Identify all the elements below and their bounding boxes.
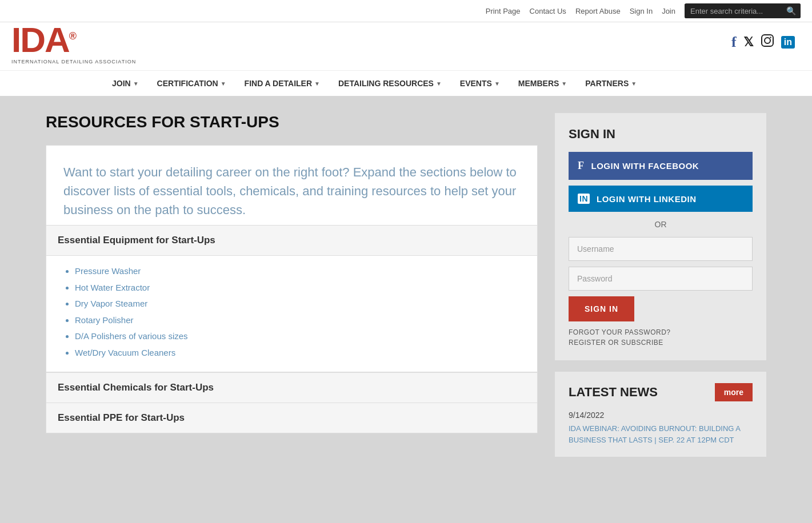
- search-button[interactable]: 🔍: [782, 3, 801, 18]
- sign-in-link[interactable]: Sign In: [630, 7, 653, 15]
- facebook-login-button[interactable]: f LOGIN WITH FACEBOOK: [569, 152, 753, 180]
- list-item: Hot Water Extractor: [75, 281, 520, 295]
- signin-links: FORGOT YOUR PASSWORD? REGISTER OR SUBSCR…: [569, 328, 753, 347]
- header-left: IDA® INTERNATIONAL DETAILING ASSOCIATION: [11, 22, 136, 65]
- facebook-btn-label: LOGIN WITH FACEBOOK: [591, 161, 699, 171]
- signin-title: SIGN IN: [569, 127, 753, 142]
- linkedin-btn-label: LOGIN WITH LINKEDIN: [597, 194, 697, 204]
- signin-box: SIGN IN f LOGIN WITH FACEBOOK in LOGIN W…: [555, 113, 766, 360]
- news-box: LATEST NEWS more 9/14/2022 IDA WEBINAR: …: [555, 372, 766, 457]
- nav-events[interactable]: EVENTS ▼: [451, 71, 509, 96]
- content-left: RESOURCES FOR START-UPS Want to start yo…: [46, 113, 538, 457]
- intro-text: Want to start your detailing career on t…: [63, 163, 520, 219]
- linkedin-login-button[interactable]: in LOGIN WITH LINKEDIN: [569, 186, 753, 212]
- print-page-link[interactable]: Print Page: [486, 7, 521, 15]
- content-right: SIGN IN f LOGIN WITH FACEBOOK in LOGIN W…: [555, 113, 766, 457]
- more-button[interactable]: more: [715, 383, 753, 401]
- search-bar: 🔍: [685, 3, 801, 18]
- nav-bar: JOIN ▼ CERTIFICATION ▼ FIND A DETAILER ▼…: [0, 70, 812, 96]
- news-item-text: IDA WEBINAR: AVOIDING BURNOUT: BUILDING …: [569, 423, 753, 445]
- accordion-equipment-header[interactable]: Essential Equipment for Start-Ups: [46, 226, 537, 256]
- accordion-ppe: Essential PPE for Start-Ups: [46, 403, 538, 433]
- search-input[interactable]: [685, 4, 782, 18]
- or-divider: OR: [569, 220, 753, 229]
- nav-members-arrow: ▼: [561, 81, 567, 87]
- nav-certification-arrow: ▼: [221, 81, 226, 87]
- logo-subtitle: INTERNATIONAL DETAILING ASSOCIATION: [11, 59, 136, 65]
- signin-button[interactable]: SIGN IN: [569, 296, 634, 321]
- register-link[interactable]: REGISTER OR SUBSCRIBE: [569, 339, 753, 347]
- facebook-icon[interactable]: f: [731, 34, 737, 51]
- page-title: RESOURCES FOR START-UPS: [46, 113, 538, 131]
- nav-partners[interactable]: PARTNERS ▼: [576, 71, 646, 96]
- social-icons: f 𝕏 in: [731, 34, 801, 51]
- nav-detailing-resources[interactable]: DETAILING RESOURCES ▼: [329, 71, 451, 96]
- report-abuse-link[interactable]: Report Abuse: [575, 7, 621, 15]
- contact-us-link[interactable]: Contact Us: [530, 7, 566, 15]
- nav-join[interactable]: JOIN ▼: [103, 71, 148, 96]
- list-item: Pressure Washer: [75, 265, 520, 278]
- nav-find-a-detailer[interactable]: FIND A DETAILER ▼: [235, 71, 329, 96]
- header: IDA® INTERNATIONAL DETAILING ASSOCIATION…: [0, 22, 812, 70]
- equipment-list: Pressure Washer Hot Water Extractor Dry …: [69, 265, 520, 359]
- top-bar: Print Page Contact Us Report Abuse Sign …: [0, 0, 812, 22]
- main-content: RESOURCES FOR START-UPS Want to start yo…: [0, 96, 812, 474]
- svg-point-1: [765, 38, 770, 43]
- accordion-equipment-body: Pressure Washer Hot Water Extractor Dry …: [46, 256, 537, 372]
- accordion-equipment: Essential Equipment for Start-Ups Pressu…: [46, 226, 538, 373]
- news-title: LATEST NEWS: [569, 385, 658, 400]
- linkedin-icon[interactable]: in: [781, 36, 795, 49]
- username-input[interactable]: [569, 237, 753, 261]
- linkedin-btn-icon: in: [578, 194, 590, 204]
- nav-detailing-arrow: ▼: [436, 81, 442, 87]
- news-date: 9/14/2022: [569, 411, 753, 420]
- svg-rect-0: [762, 35, 773, 46]
- twitter-icon[interactable]: 𝕏: [743, 35, 754, 50]
- nav-join-arrow: ▼: [133, 81, 139, 87]
- list-item: Dry Vapor Steamer: [75, 297, 520, 311]
- nav-events-arrow: ▼: [494, 81, 500, 87]
- list-item: Wet/Dry Vacuum Cleaners: [75, 347, 520, 360]
- nav-certification[interactable]: CERTIFICATION ▼: [148, 71, 235, 96]
- nav-find-arrow: ▼: [314, 81, 320, 87]
- instagram-icon[interactable]: [761, 34, 774, 51]
- forgot-password-link[interactable]: FORGOT YOUR PASSWORD?: [569, 328, 753, 336]
- nav-partners-arrow: ▼: [631, 81, 637, 87]
- svg-point-2: [770, 37, 771, 38]
- join-link[interactable]: Join: [662, 7, 675, 15]
- intro-card: Want to start your detailing career on t…: [46, 145, 538, 226]
- list-item: D/A Polishers of various sizes: [75, 330, 520, 343]
- accordion-chemicals-header[interactable]: Essential Chemicals for Start-Ups: [46, 373, 537, 403]
- facebook-btn-icon: f: [578, 160, 585, 172]
- header-right: f 𝕏 in: [731, 34, 801, 54]
- logo[interactable]: IDA® INTERNATIONAL DETAILING ASSOCIATION: [11, 22, 136, 65]
- accordion-ppe-header[interactable]: Essential PPE for Start-Ups: [46, 403, 537, 433]
- password-input[interactable]: [569, 267, 753, 291]
- nav-members[interactable]: MEMBERS ▼: [509, 71, 576, 96]
- logo-brand: IDA®: [11, 22, 75, 58]
- accordion-chemicals: Essential Chemicals for Start-Ups: [46, 373, 538, 403]
- list-item: Rotary Polisher: [75, 314, 520, 327]
- news-header: LATEST NEWS more: [569, 383, 753, 401]
